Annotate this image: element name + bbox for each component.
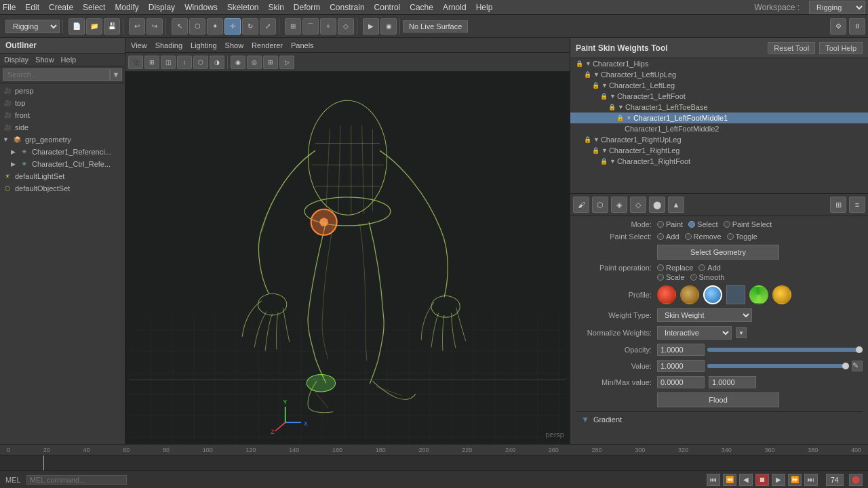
outliner-display-menu[interactable]: Display (4, 56, 28, 64)
vp-menu-lighting[interactable]: Lighting (191, 41, 217, 49)
hier-rightleg[interactable]: 🔒 ▼ Character1_RightLeg (570, 145, 868, 156)
outliner-item-lightset[interactable]: ☀ defaultLightSet (0, 170, 125, 182)
weight-type-dropdown[interactable]: Skin Weight DQ Blend Weight (657, 308, 752, 322)
value-input[interactable] (657, 360, 705, 372)
smooth-icon-btn[interactable]: ⬤ (649, 197, 665, 213)
outliner-item-top[interactable]: 🎥 top (0, 97, 125, 109)
select-btn[interactable]: ↖ (172, 18, 188, 35)
outliner-item-char1ref[interactable]: ▶ ✳ Character1_Referenci... (0, 146, 125, 158)
profile-gaussian-btn[interactable] (657, 285, 676, 304)
snap-curve-btn[interactable]: ⌒ (302, 18, 319, 35)
live-surface-btn[interactable]: No Live Surface (403, 20, 468, 33)
value-slider[interactable] (707, 364, 849, 368)
menu-skin[interactable]: Skin (269, 3, 284, 12)
profile-linear-btn[interactable] (680, 285, 699, 304)
menu-file[interactable]: File (3, 3, 16, 12)
opacity-slider[interactable] (707, 348, 863, 352)
op-scale[interactable]: Scale (657, 273, 685, 281)
pause-btn[interactable]: ⏸ (849, 18, 865, 35)
hier-rightfoot[interactable]: 🔒 ▼ Character1_RightFoot (570, 156, 868, 167)
frame-number-display[interactable]: 74 (826, 474, 844, 486)
outliner-item-objset[interactable]: ⬡ defaultObjectSet (0, 182, 125, 195)
vp-menu-show[interactable]: Show (225, 41, 244, 49)
render-settings-btn[interactable]: ⚙ (830, 18, 846, 35)
viewport-canvas[interactable]: X Y Z persp (125, 72, 570, 444)
vp-playblast-btn[interactable]: ▷ (279, 56, 294, 69)
vp-wire-btn[interactable]: ⬡ (193, 56, 208, 69)
vp-move-btn[interactable]: ↕ (177, 56, 192, 69)
normalize-dropdown[interactable]: Interactive Post None (657, 326, 732, 340)
normalize-expand-btn[interactable]: ▼ (736, 327, 747, 338)
table-icon-btn[interactable]: ⊞ (830, 197, 846, 213)
ps-remove[interactable]: Remove (685, 232, 722, 241)
new-btn[interactable]: 📄 (68, 18, 85, 35)
menu-modify[interactable]: Modify (115, 3, 138, 12)
undo-btn[interactable]: ↩ (129, 18, 145, 35)
auto-key-btn[interactable]: ⬤ (849, 474, 863, 486)
value-picker-btn[interactable]: ✎ (852, 361, 863, 371)
scale-btn[interactable]: ⤢ (260, 18, 276, 35)
value-thumb[interactable] (842, 363, 849, 369)
value-icon-btn[interactable]: ◇ (630, 197, 646, 213)
move-btn[interactable]: ✛ (224, 18, 241, 35)
menu-cache[interactable]: Cache (410, 3, 433, 12)
outliner-help-menu[interactable]: Help (61, 56, 77, 64)
lasso-btn[interactable]: ⬡ (189, 18, 205, 35)
step-fwd-btn[interactable]: ⏩ (788, 474, 802, 486)
tool-help-btn[interactable]: Tool Help (819, 42, 863, 54)
eraser-icon-btn[interactable]: ⬡ (592, 197, 608, 213)
hier-leftleg[interactable]: 🔒 ▼ Character1_LeftLeg (570, 80, 868, 91)
vp-shaded-btn[interactable]: ◑ (210, 56, 224, 69)
vp-isolate-btn[interactable]: ◎ (247, 56, 262, 69)
min-input[interactable] (657, 376, 705, 388)
op-replace[interactable]: Replace (657, 264, 693, 272)
menu-display[interactable]: Display (149, 3, 175, 12)
ps-add[interactable]: Add (657, 232, 679, 241)
menu-windows[interactable]: Windows (184, 3, 218, 12)
opacity-thumb[interactable] (856, 346, 863, 353)
goto-end-btn[interactable]: ⏭ (804, 474, 818, 486)
goto-start-btn[interactable]: ⏮ (707, 474, 720, 486)
vp-snap-btn[interactable]: ◫ (161, 56, 176, 69)
hier-leftfootmid2[interactable]: Character1_LeftFootMiddle2 (570, 123, 868, 134)
menu-skeleton[interactable]: Skeleton (227, 3, 259, 12)
vp-menu-view[interactable]: View (131, 41, 147, 49)
gradient-header[interactable]: ▼ Gradient (581, 415, 857, 424)
profile-custom2-btn[interactable] (772, 285, 791, 304)
sharpen-icon-btn[interactable]: ▲ (668, 197, 684, 213)
rotate-btn[interactable]: ↻ (242, 18, 258, 35)
menu-create[interactable]: Create (49, 3, 73, 12)
outliner-item-side[interactable]: 🎥 side (0, 121, 125, 134)
search-input[interactable] (3, 68, 110, 81)
workspace-select[interactable]: Rigging (5, 20, 60, 33)
paint-icon-btn[interactable]: 🖌 (573, 197, 589, 213)
op-add[interactable]: Add (698, 264, 721, 272)
search-type-btn[interactable]: ▼ (110, 68, 122, 81)
outliner-item-char1ctrl[interactable]: ▶ ✳ Character1_Ctrl_Refe... (0, 158, 125, 170)
outliner-item-front[interactable]: 🎥 front (0, 109, 125, 121)
menu-deform[interactable]: Deform (294, 3, 320, 12)
open-btn[interactable]: 📁 (86, 18, 102, 35)
stop-btn[interactable]: ⏹ (755, 474, 769, 486)
mode-paint[interactable]: Paint (657, 220, 683, 228)
step-back-btn[interactable]: ⏪ (723, 474, 736, 486)
ipr-btn[interactable]: ◉ (380, 18, 397, 35)
profile-custom1-btn[interactable] (749, 285, 768, 304)
vp-menu-renderer[interactable]: Renderer (252, 41, 283, 49)
vp-xray-btn[interactable]: ◉ (231, 56, 245, 69)
snap-surface-btn[interactable]: ◇ (338, 18, 354, 35)
profile-smooth-btn[interactable] (703, 285, 722, 304)
play-fwd-btn[interactable]: ▶ (772, 474, 785, 486)
snap-grid-btn[interactable]: ⊞ (285, 18, 301, 35)
snap-point-btn[interactable]: + (320, 18, 336, 35)
hier-leftupleg[interactable]: 🔒 ▼ Character1_LeftUpLeg (570, 69, 868, 80)
vp-grid-btn[interactable]: ⊞ (263, 56, 278, 69)
menu-constrain[interactable]: Constrain (330, 3, 364, 12)
blend-icon-btn[interactable]: ◈ (611, 197, 627, 213)
opacity-input[interactable] (657, 344, 705, 356)
menu-select[interactable]: Select (83, 3, 105, 12)
play-back-btn[interactable]: ◀ (739, 474, 753, 486)
mode-paint-select[interactable]: Paint Select (724, 220, 772, 228)
profile-solid-btn[interactable] (726, 285, 745, 304)
hier-leftfoot[interactable]: 🔒 ▼ Character1_LeftFoot (570, 91, 868, 102)
